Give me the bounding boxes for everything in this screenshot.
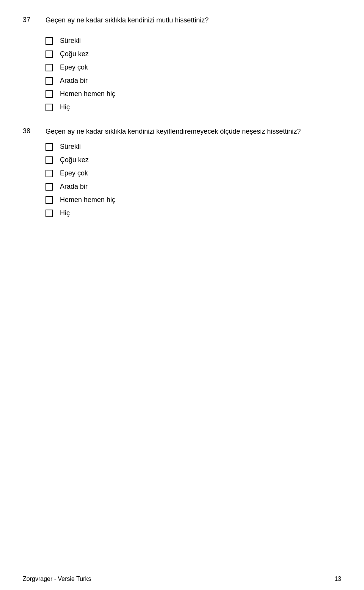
q38-option-item: Hiç [46, 209, 341, 217]
q38-option-item: Arada bir [46, 183, 341, 191]
q38-checkbox-2[interactable] [46, 170, 53, 177]
q38-checkbox-5[interactable] [46, 210, 53, 217]
q38-option-item: Çoğu kez [46, 156, 341, 164]
q38-checkbox-0[interactable] [46, 143, 53, 151]
q37-option-label-1: Çoğu kez [60, 50, 89, 58]
q38-option-item: Sürekli [46, 143, 341, 151]
question-37-options: SürekliÇoğu kezEpey çokArada birHemen he… [46, 37, 341, 111]
q38-option-label-4: Hemen hemen hiç [60, 196, 115, 204]
q37-option-label-0: Sürekli [60, 37, 81, 45]
question-38-options: SürekliÇoğu kezEpey çokArada birHemen he… [46, 143, 341, 217]
page-content: 37 Geçen ay ne kadar sıklıkla kendinizi … [0, 0, 364, 253]
q37-option-item: Hemen hemen hiç [46, 90, 341, 98]
q38-option-label-0: Sürekli [60, 143, 81, 151]
q38-checkbox-4[interactable] [46, 196, 53, 204]
question-37-number: 37 [23, 15, 46, 25]
question-38-text: Geçen ay ne kadar sıklıkla kendinizi key… [46, 126, 341, 137]
footer: Zorgvrager - Versie Turks 13 [0, 576, 364, 582]
q38-option-label-3: Arada bir [60, 183, 88, 191]
question-37-block: 37 Geçen ay ne kadar sıklıkla kendinizi … [23, 15, 341, 25]
q37-option-label-3: Arada bir [60, 77, 88, 85]
q37-option-label-4: Hemen hemen hiç [60, 90, 115, 98]
q37-option-item: Arada bir [46, 77, 341, 85]
q38-option-item: Epey çok [46, 169, 341, 177]
q37-checkbox-0[interactable] [46, 37, 53, 45]
q37-option-item: Sürekli [46, 37, 341, 45]
q37-checkbox-3[interactable] [46, 77, 53, 85]
q37-checkbox-1[interactable] [46, 50, 53, 58]
question-38-number: 38 [23, 126, 46, 137]
q37-checkbox-4[interactable] [46, 90, 53, 98]
footer-left: Zorgvrager - Versie Turks [23, 576, 91, 582]
q38-checkbox-3[interactable] [46, 183, 53, 191]
q38-checkbox-1[interactable] [46, 156, 53, 164]
question-38-block: 38 Geçen ay ne kadar sıklıkla kendinizi … [23, 126, 341, 137]
question-37-text: Geçen ay ne kadar sıklıkla kendinizi mut… [46, 15, 341, 25]
q37-option-label-5: Hiç [60, 103, 70, 111]
q38-option-label-2: Epey çok [60, 169, 88, 177]
q38-option-label-5: Hiç [60, 209, 70, 217]
q38-option-label-1: Çoğu kez [60, 156, 89, 164]
q37-option-item: Çoğu kez [46, 50, 341, 58]
q37-checkbox-2[interactable] [46, 64, 53, 71]
q37-checkbox-5[interactable] [46, 104, 53, 111]
q37-option-label-2: Epey çok [60, 63, 88, 71]
footer-right: 13 [334, 576, 341, 582]
q37-option-item: Epey çok [46, 63, 341, 71]
q37-option-item: Hiç [46, 103, 341, 111]
q38-option-item: Hemen hemen hiç [46, 196, 341, 204]
